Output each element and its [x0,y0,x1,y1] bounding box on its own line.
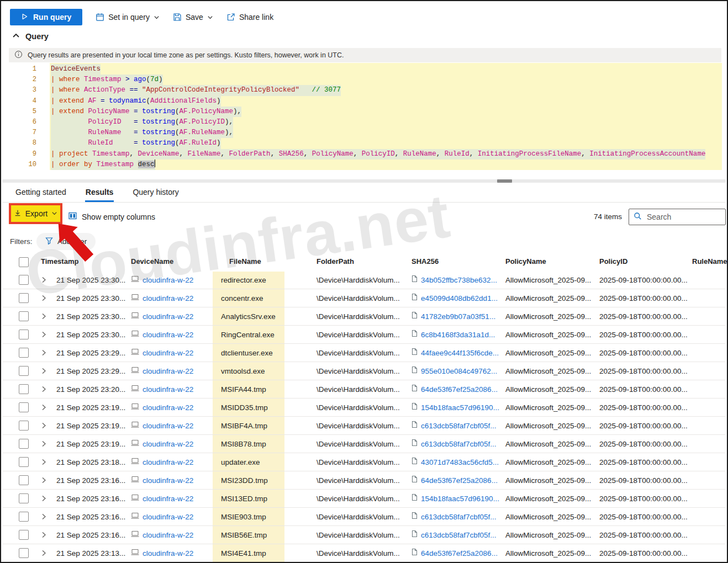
device-link[interactable]: cloudinfra-w-22 [143,458,193,466]
search-input[interactable] [646,212,721,222]
tab-query-history[interactable]: Query history [132,185,179,202]
save-button[interactable]: Save [173,13,213,22]
table-row[interactable]: 21 Sep 2025 23:16... cloudinfra-w-22 MSI… [2,490,726,508]
table-row[interactable]: 21 Sep 2025 23:19... cloudinfra-w-22 MSI… [2,417,726,435]
sha256-link[interactable]: 44faee9c44f135f6cde... [421,349,499,357]
set-in-query-button[interactable]: Set in query [96,13,160,22]
run-query-button[interactable]: Run query [10,9,82,25]
sha256-link[interactable]: c613dcb58faf7cbf05f... [421,531,497,539]
tab-getting-started[interactable]: Getting started [15,185,67,202]
row-expand-chevron[interactable] [41,550,46,556]
row-expand-chevron[interactable] [41,349,46,356]
code-line[interactable]: 8 RuleId = tostring(AF.RuleId) [2,138,722,148]
sha256-link[interactable]: c613dcb58faf7cbf05f... [421,422,497,430]
device-link[interactable]: cloudinfra-w-22 [143,276,193,284]
code-line[interactable]: 6 PolicyID = tostring(AF.PolicyID), [2,117,722,128]
row-expand-chevron[interactable] [41,477,46,484]
table-row[interactable]: 21 Sep 2025 23:19... cloudinfra-w-22 MSI… [2,399,726,417]
row-checkbox[interactable] [19,366,29,376]
query-section-header[interactable]: Query [12,32,49,41]
row-expand-chevron[interactable] [41,368,46,374]
row-checkbox[interactable] [19,348,29,358]
sha256-link[interactable]: 64de53f67ef25a2086... [421,476,498,485]
table-row[interactable]: 21 Sep 2025 23:19... cloudinfra-w-22 MSI… [2,435,726,453]
table-row[interactable]: 21 Sep 2025 23:29... cloudinfra-w-22 vmt… [2,362,726,380]
select-all-checkbox[interactable] [19,257,29,267]
row-checkbox[interactable] [19,293,29,303]
row-checkbox[interactable] [19,548,29,558]
row-expand-chevron[interactable] [41,422,46,429]
sha256-link[interactable]: 154b18faac57d96190... [421,495,499,503]
code-line[interactable]: 7 RuleName = tostring(AF.RuleName), [2,128,722,138]
table-row[interactable]: 21 Sep 2025 23:18... cloudinfra-w-22 upd… [2,453,726,471]
row-expand-chevron[interactable] [41,404,46,411]
device-link[interactable]: cloudinfra-w-22 [143,495,193,503]
row-expand-chevron[interactable] [41,459,46,465]
column-header-policyname[interactable]: PolicyName [505,257,546,265]
table-row[interactable]: 21 Sep 2025 23:16... cloudinfra-w-22 MSI… [2,526,726,544]
column-header-sha256[interactable]: SHA256 [412,257,439,265]
row-checkbox[interactable] [19,457,29,467]
row-expand-chevron[interactable] [41,513,46,520]
column-header-filename[interactable]: FileName [229,257,261,265]
code-line[interactable]: 3 | where ActionType == "AppControlCodeI… [2,85,722,95]
row-checkbox[interactable] [19,439,29,449]
row-checkbox[interactable] [19,275,29,285]
row-expand-chevron[interactable] [41,532,46,538]
device-link[interactable]: cloudinfra-w-22 [143,549,193,557]
search-box[interactable] [629,209,726,225]
device-link[interactable]: cloudinfra-w-22 [143,440,193,448]
device-link[interactable]: cloudinfra-w-22 [143,422,193,430]
tab-results[interactable]: Results [85,185,114,202]
table-row[interactable]: 21 Sep 2025 23:16... cloudinfra-w-22 MSI… [2,471,726,490]
row-expand-chevron[interactable] [41,277,46,283]
device-link[interactable]: cloudinfra-w-22 [143,531,193,539]
device-link[interactable]: cloudinfra-w-22 [143,513,193,521]
sha256-link[interactable]: 43071d7483ac56cfd5... [421,458,499,466]
sha256-link[interactable]: 64de53f67ef25a2086... [421,549,498,557]
row-checkbox[interactable] [19,512,29,522]
column-header-folderpath[interactable]: FolderPath [316,257,354,265]
device-link[interactable]: cloudinfra-w-22 [143,367,193,375]
row-checkbox[interactable] [19,530,29,540]
column-header-timestamp[interactable]: Timestamp [41,257,78,265]
column-header-policyid[interactable]: PolicyID [599,257,627,265]
device-link[interactable]: cloudinfra-w-22 [143,312,193,321]
row-checkbox[interactable] [19,475,29,485]
row-expand-chevron[interactable] [41,386,46,392]
row-checkbox[interactable] [19,402,29,412]
table-row[interactable]: 21 Sep 2025 23:13... cloudinfra-w-22 MSI… [2,544,726,562]
row-expand-chevron[interactable] [41,495,46,502]
splitter-drag-handle[interactable] [497,179,512,183]
row-checkbox[interactable] [19,330,29,339]
sha256-link[interactable]: c613dcb58faf7cbf05f... [421,440,497,448]
column-header-devicename[interactable]: DeviceName [131,257,173,265]
table-row[interactable]: 21 Sep 2025 23:30... cloudinfra-w-22 red… [2,271,726,289]
table-row[interactable]: 21 Sep 2025 23:30... cloudinfra-w-22 Rin… [2,326,726,344]
device-link[interactable]: cloudinfra-w-22 [143,331,193,339]
code-line[interactable]: 5 | extend PolicyName = tostring(AF.Poli… [2,107,722,117]
sha256-link[interactable]: 64de53f67ef25a2086... [421,385,498,394]
sha256-link[interactable]: c613dcb58faf7cbf05f... [421,513,497,521]
export-button[interactable]: Export [9,203,62,224]
editor-results-splitter[interactable] [2,179,726,183]
row-checkbox[interactable] [19,493,29,503]
sha256-link[interactable]: e45099d408db62dd1... [421,294,498,302]
row-expand-chevron[interactable] [41,295,46,301]
share-link-button[interactable]: Share link [226,13,273,22]
device-link[interactable]: cloudinfra-w-22 [143,476,193,485]
device-link[interactable]: cloudinfra-w-22 [143,349,193,357]
column-header-rulename[interactable]: RuleName [692,257,727,265]
sha256-link[interactable]: 955e010e084c49762... [421,367,497,375]
sha256-link[interactable]: 41782eb9b07a03f51... [421,312,495,321]
sha256-link[interactable]: 6c8b4168f3da31a1d... [421,331,495,339]
row-expand-chevron[interactable] [41,313,46,320]
row-expand-chevron[interactable] [41,440,46,447]
code-line[interactable]: 1 DeviceEvents [2,64,722,75]
row-checkbox[interactable] [19,311,29,321]
table-row[interactable]: 21 Sep 2025 23:29... cloudinfra-w-22 dtc… [2,344,726,362]
add-filter-button[interactable]: Add filter [36,233,96,250]
row-expand-chevron[interactable] [41,331,46,338]
code-line[interactable]: 2 | where Timestamp > ago(7d) [2,75,722,85]
row-checkbox[interactable] [19,421,29,431]
